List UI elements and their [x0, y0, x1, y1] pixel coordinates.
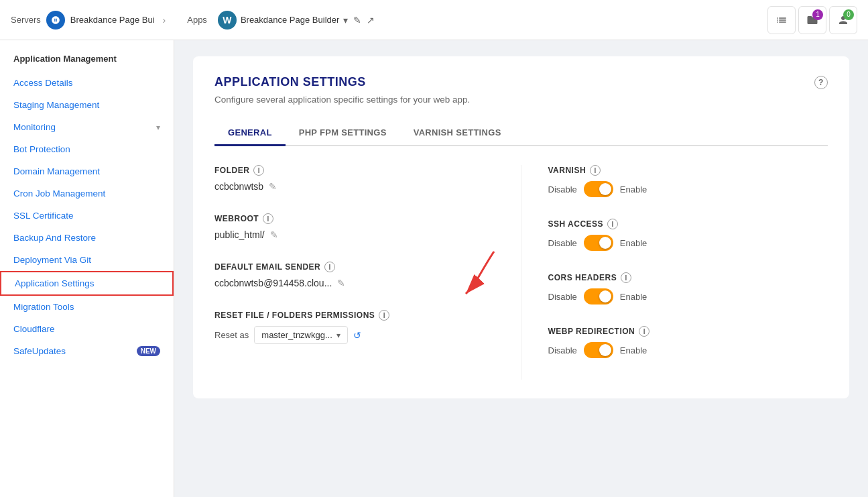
- reset-dropdown[interactable]: master_tnzwkgg... ▾: [254, 326, 348, 344]
- cors-enable-label: Enable: [620, 292, 647, 302]
- sidebar-label-monitoring: Monitoring: [13, 122, 56, 132]
- ssh-enable-label: Enable: [620, 238, 647, 248]
- webroot-edit-icon[interactable]: ✎: [270, 229, 278, 240]
- webp-toggle[interactable]: [584, 342, 613, 358]
- reset-permissions-setting: RESET FILE / FOLDERS PERMISSIONS i Reset…: [214, 310, 494, 344]
- server-name[interactable]: Breakdance Page Bui: [70, 15, 155, 25]
- cors-toggle[interactable]: [584, 288, 613, 305]
- webroot-label: WEBROOT i: [214, 213, 494, 224]
- webp-disable-label: Disable: [548, 345, 577, 355]
- settings-right: VARNISH i Disable Enable: [521, 165, 828, 380]
- dropdown-arrow-icon[interactable]: ▾: [343, 15, 348, 25]
- reset-permissions-row: Reset as master_tnzwkgg... ▾ ↺: [214, 326, 494, 344]
- external-link-icon[interactable]: ↗: [367, 15, 375, 25]
- sidebar-item-safeupdates[interactable]: SafeUpdates NEW: [0, 340, 174, 362]
- cors-toggle-row: Disable Enable: [548, 288, 828, 305]
- email-sender-info-icon[interactable]: i: [324, 262, 335, 272]
- ssh-access-setting: SSH ACCESS i Disable Enable: [548, 219, 828, 251]
- user-button[interactable]: 0: [829, 6, 857, 34]
- folder-value-text: ccbcbnwtsb: [214, 181, 263, 192]
- sidebar-item-domain[interactable]: Domain Management: [0, 160, 174, 182]
- email-sender-setting: DEFAULT EMAIL SENDER i ccbcbnwtsb@914458…: [214, 262, 494, 288]
- sidebar-item-ssl[interactable]: SSL Certificate: [0, 205, 174, 227]
- layout: Application Management Access Details St…: [0, 40, 868, 497]
- sidebar-item-backup[interactable]: Backup And Restore: [0, 227, 174, 249]
- refresh-icon[interactable]: ↺: [353, 330, 361, 341]
- cors-setting: CORS Headers i Disable Enable: [548, 272, 828, 305]
- sidebar-label-staging: Staging Management: [13, 100, 99, 110]
- sidebar-item-bot-protection[interactable]: Bot Protection: [0, 138, 174, 160]
- varnish-enable-label: Enable: [620, 184, 647, 195]
- sidebar-item-staging[interactable]: Staging Management: [0, 94, 174, 116]
- top-nav: Servers Breakdance Page Bui › Apps W Bre…: [0, 0, 868, 40]
- tabs: GENERAL PHP FPM SETTINGS VARNISH SETTING…: [214, 121, 828, 146]
- list-view-button[interactable]: [767, 6, 796, 34]
- tab-general[interactable]: GENERAL: [214, 121, 286, 146]
- main-content: APPLICATION SETTINGS ? Configure several…: [174, 40, 868, 497]
- folder-info-icon[interactable]: i: [253, 165, 264, 176]
- page-title-row: APPLICATION SETTINGS ?: [214, 75, 828, 89]
- folder-badge: 1: [812, 9, 823, 20]
- varnish-info-icon[interactable]: i: [590, 165, 601, 176]
- user-badge: 0: [843, 9, 854, 20]
- reset-permissions-info-icon[interactable]: i: [379, 310, 389, 321]
- reset-as-label: Reset as: [214, 330, 249, 340]
- sidebar-label-migration: Migration Tools: [13, 302, 74, 312]
- wp-icon: W: [218, 11, 237, 30]
- app-actions: ▾ ✎ ↗: [343, 15, 375, 25]
- sidebar-label-access-details: Access Details: [13, 78, 73, 88]
- red-arrow-annotation: [440, 248, 501, 304]
- sidebar-item-migration[interactable]: Migration Tools: [0, 296, 174, 318]
- edit-app-icon[interactable]: ✎: [353, 15, 361, 25]
- page-subtitle: Configure several application specific s…: [214, 95, 828, 105]
- sidebar-section-title: Application Management: [0, 54, 174, 72]
- webroot-setting: WEBROOT i public_html/ ✎: [214, 213, 494, 240]
- folder-button[interactable]: 1: [798, 6, 826, 34]
- sidebar-label-deployment: Deployment Via Git: [13, 255, 91, 265]
- sidebar-label-ssl: SSL Certificate: [13, 211, 74, 221]
- sidebar-item-app-settings[interactable]: Application Settings: [0, 271, 174, 296]
- varnish-toggle[interactable]: [584, 181, 613, 197]
- app-name[interactable]: Breakdance Page Builder: [241, 15, 339, 25]
- breadcrumb-separator: ›: [163, 15, 166, 25]
- server-icon: [46, 11, 65, 30]
- new-badge: NEW: [137, 346, 160, 356]
- webp-info-icon[interactable]: i: [639, 326, 649, 337]
- dropdown-value: master_tnzwkgg...: [261, 330, 332, 340]
- apps-label: Apps: [187, 15, 207, 25]
- sidebar-item-deployment[interactable]: Deployment Via Git: [0, 249, 174, 271]
- email-sender-edit-icon[interactable]: ✎: [337, 278, 345, 288]
- sidebar-item-cron[interactable]: Cron Job Management: [0, 182, 174, 205]
- tab-varnish[interactable]: VARNISH SETTINGS: [400, 121, 515, 146]
- toggle-knob: [599, 183, 611, 195]
- ssh-access-info-icon[interactable]: i: [607, 219, 618, 229]
- email-sender-label: DEFAULT EMAIL SENDER i: [214, 262, 494, 272]
- varnish-toggle-row: Disable Enable: [548, 181, 828, 197]
- folder-label: FOLDER i: [214, 165, 494, 176]
- ssh-access-label: SSH ACCESS i: [548, 219, 828, 229]
- sidebar-label-cloudflare: Cloudflare: [13, 324, 55, 334]
- app-section: W Breakdance Page Builder ▾ ✎ ↗: [218, 11, 375, 30]
- cors-label: CORS Headers i: [548, 272, 828, 283]
- folder-value: ccbcbnwtsb ✎: [214, 181, 494, 192]
- tab-php-fpm[interactable]: PHP FPM SETTINGS: [286, 121, 400, 146]
- varnish-disable-label: Disable: [548, 184, 577, 195]
- cors-info-icon[interactable]: i: [621, 272, 631, 283]
- webroot-info-icon[interactable]: i: [263, 213, 273, 224]
- help-icon[interactable]: ?: [814, 76, 828, 89]
- sidebar-item-cloudflare[interactable]: Cloudflare: [0, 318, 174, 340]
- email-sender-value-text: ccbcbnwtsb@914458.clou...: [214, 278, 332, 288]
- breadcrumb-servers[interactable]: Servers: [11, 15, 41, 25]
- ssh-access-toggle-row: Disable Enable: [548, 235, 828, 251]
- sidebar-label-domain: Domain Management: [13, 166, 100, 176]
- sidebar-label-app-settings: Application Settings: [15, 278, 95, 288]
- ssh-toggle[interactable]: [584, 235, 613, 251]
- sidebar-item-access-details[interactable]: Access Details: [0, 72, 174, 94]
- settings-grid: FOLDER i ccbcbnwtsb ✎ WEBROOT i: [214, 165, 828, 380]
- sidebar-label-backup: Backup And Restore: [13, 233, 96, 243]
- sidebar-item-monitoring[interactable]: Monitoring ▾: [0, 116, 174, 138]
- folder-edit-icon[interactable]: ✎: [269, 181, 277, 192]
- toggle-knob: [599, 237, 611, 249]
- settings-left: FOLDER i ccbcbnwtsb ✎ WEBROOT i: [214, 165, 521, 380]
- webp-enable-label: Enable: [620, 345, 647, 355]
